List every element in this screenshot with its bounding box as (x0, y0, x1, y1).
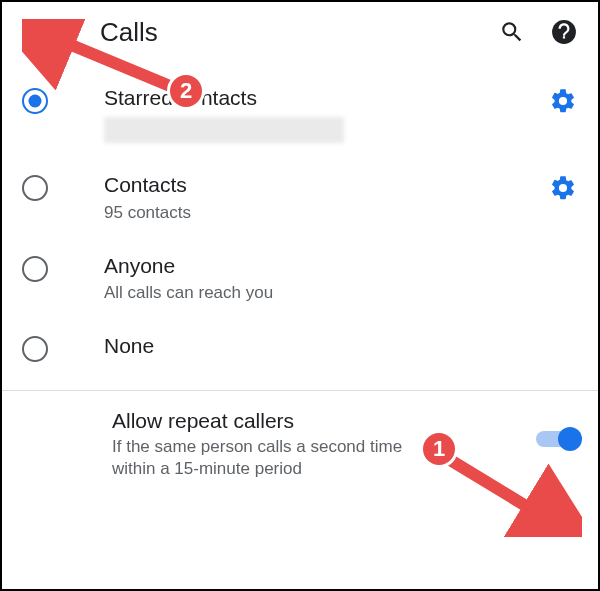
repeat-callers-toggle[interactable] (536, 427, 578, 451)
page-title: Calls (100, 17, 498, 48)
back-arrow-icon (23, 19, 49, 45)
gear-icon (549, 87, 577, 115)
switch-thumb (558, 427, 582, 451)
option-text: None (104, 332, 578, 359)
option-sublabel: All calls can reach you (104, 282, 578, 304)
allow-repeat-callers-row[interactable]: Allow repeat callers If the same person … (2, 391, 598, 494)
option-label: None (104, 332, 578, 359)
repeat-sublabel: If the same person calls a second time w… (112, 436, 442, 480)
radio-anyone[interactable] (22, 256, 48, 282)
radio-none[interactable] (22, 336, 48, 362)
option-anyone[interactable]: Anyone All calls can reach you (2, 238, 598, 318)
option-contacts[interactable]: Contacts 95 contacts (2, 157, 598, 237)
radio-starred-contacts[interactable] (22, 88, 48, 114)
header-bar: Calls (2, 2, 598, 62)
option-text: Starred contacts (104, 84, 548, 143)
gear-icon (549, 174, 577, 202)
header-actions (498, 18, 578, 46)
option-starred-contacts[interactable]: Starred contacts (2, 70, 598, 157)
search-icon (499, 19, 525, 45)
radio-contacts[interactable] (22, 175, 48, 201)
settings-contacts[interactable] (548, 173, 578, 203)
option-label: Anyone (104, 252, 578, 279)
option-sublabel: 95 contacts (104, 202, 548, 224)
option-none[interactable]: None (2, 318, 598, 390)
repeat-label: Allow repeat callers (112, 409, 536, 433)
caller-options-list: Starred contacts Contacts 95 contacts An… (2, 62, 598, 390)
settings-starred-contacts[interactable] (548, 86, 578, 116)
option-text: Contacts 95 contacts (104, 171, 548, 223)
repeat-text: Allow repeat callers If the same person … (112, 409, 536, 480)
option-label: Starred contacts (104, 84, 548, 111)
search-button[interactable] (498, 18, 526, 46)
option-text: Anyone All calls can reach you (104, 252, 578, 304)
redacted-subtext (104, 117, 344, 143)
help-icon (551, 19, 577, 45)
help-button[interactable] (550, 18, 578, 46)
back-button[interactable] (22, 18, 50, 46)
option-label: Contacts (104, 171, 548, 198)
